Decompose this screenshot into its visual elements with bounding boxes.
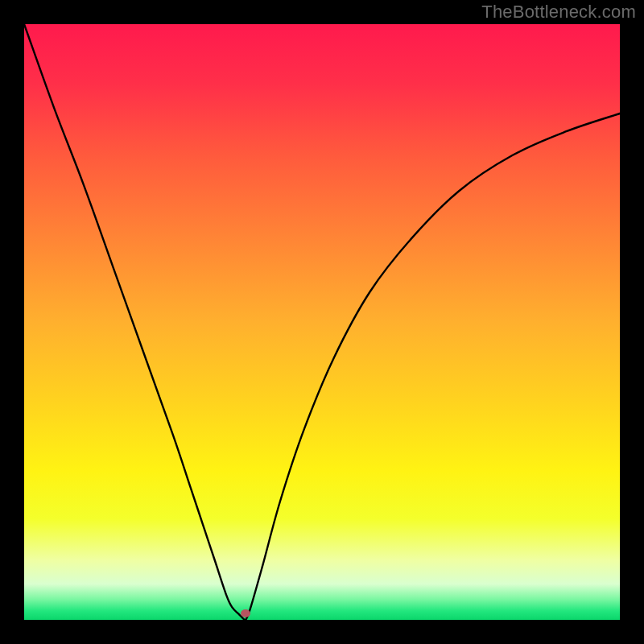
watermark-text: TheBottleneck.com — [481, 2, 636, 23]
plot-background — [24, 24, 620, 620]
chart-frame: TheBottleneck.com — [0, 0, 644, 644]
chart-svg — [0, 0, 644, 644]
minimum-marker — [241, 609, 250, 617]
